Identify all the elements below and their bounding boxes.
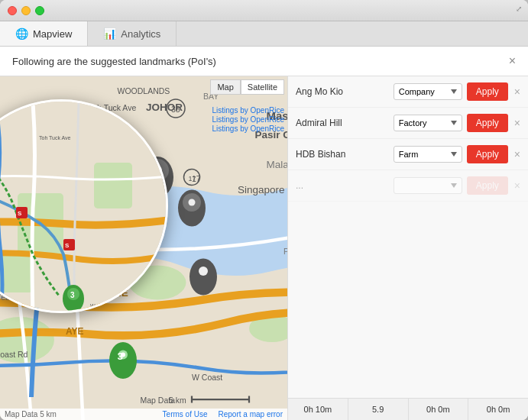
app-window: ⤢ 🌐 Mapview 📊 Analytics Following are th…: [0, 0, 528, 420]
svg-text:S: S: [65, 242, 70, 249]
terms-link[interactable]: Terms of Use: [163, 410, 208, 418]
apply-button-2[interactable]: Apply: [467, 114, 508, 132]
poi-name-2: Admiral Hill: [296, 118, 389, 128]
svg-point-32: [189, 259, 217, 296]
traffic-lights: [8, 6, 44, 15]
minimize-button[interactable]: [21, 6, 31, 15]
poi-name-1: Ang Mo Kio: [296, 86, 389, 97]
svg-text:West Coast Rd: West Coast Rd: [0, 350, 28, 359]
apply-button-empty[interactable]: Apply: [467, 176, 508, 195]
listing-link-2[interactable]: Listings by OpenRice: [212, 115, 285, 124]
titlebar: ⤢: [0, 0, 528, 21]
svg-text:Pulau Ubin: Pulau Ubin: [283, 247, 287, 256]
dialog-close-button[interactable]: ×: [509, 54, 516, 68]
map-view-button[interactable]: Map: [210, 79, 240, 95]
stat-cell-3: 0h 0m: [409, 399, 469, 420]
poi-select-1[interactable]: Company Factory Farm School Hospital: [394, 83, 462, 100]
row-close-3[interactable]: ×: [514, 148, 520, 160]
poi-select-empty[interactable]: [394, 177, 462, 194]
svg-text:3: 3: [118, 351, 124, 362]
row-close-empty: ×: [514, 179, 520, 192]
report-link[interactable]: Report a map error: [219, 410, 283, 418]
svg-rect-48: [0, 254, 33, 292]
stat-cell-4: 0h 0m: [468, 399, 528, 420]
listing-link-3[interactable]: Listings by OpenRice: [212, 124, 285, 133]
resize-icon: ⤢: [516, 5, 522, 13]
row-close-2[interactable]: ×: [514, 117, 520, 129]
svg-text:W Coast: W Coast: [192, 373, 222, 382]
tab-analytics-label: Analytics: [121, 28, 160, 40]
map-controls: Map Satellite: [210, 79, 284, 95]
poi-select-3[interactable]: Company Factory Farm School Hospital: [394, 146, 462, 163]
apply-button-3[interactable]: Apply: [467, 145, 508, 163]
poi-select-2[interactable]: Company Factory Farm School Hospital: [394, 115, 462, 131]
right-panel: Ang Mo Kio Company Factory Farm School H…: [287, 76, 528, 420]
poi-name-3: HDB Bishan: [296, 149, 389, 160]
map-data-label: Map Data 5 km: [5, 410, 57, 418]
svg-text:Malaysia: Malaysia: [267, 159, 288, 170]
map-info-bar: Map Data 5 km Terms of Use Report a map …: [0, 409, 287, 420]
svg-text:WOODLANDS: WOODLANDS: [118, 86, 170, 95]
poi-row-empty: ... Apply ×: [288, 170, 528, 202]
svg-text:35: 35: [171, 105, 180, 114]
apply-button-1[interactable]: Apply: [467, 82, 508, 101]
dialog-message: Following are the suggested landmarks (P…: [12, 56, 216, 67]
close-button[interactable]: [8, 6, 17, 15]
poi-list: Ang Mo Kio Company Factory Farm School H…: [288, 76, 528, 398]
tab-analytics[interactable]: 📊 Analytics: [88, 21, 177, 46]
poi-name-empty: ...: [296, 180, 389, 191]
svg-text:17: 17: [189, 175, 196, 183]
content-area: Following are the suggested landmarks (P…: [0, 47, 528, 420]
svg-point-31: [189, 199, 196, 206]
map-area[interactable]: PIE AYE Teban Flyover West Coast Rd W Co…: [0, 76, 287, 420]
svg-text:3: 3: [70, 291, 75, 299]
svg-text:AYE: AYE: [66, 326, 84, 337]
satellite-view-button[interactable]: Satellite: [241, 79, 284, 95]
mapview-icon: 🌐: [15, 27, 28, 40]
map-panel-container: PIE AYE Teban Flyover West Coast Rd W Co…: [0, 76, 528, 420]
svg-text:Map Data: Map Data: [141, 396, 176, 405]
svg-text:Toh Tuck Ave: Toh Tuck Ave: [39, 135, 71, 141]
svg-text:Singapore: Singapore: [238, 184, 285, 195]
poi-row-3: HDB Bishan Company Factory Farm School H…: [288, 139, 528, 170]
stat-cell-1: 0h 10m: [288, 399, 348, 420]
stats-row: 0h 10m 5.9 0h 0m 0h 0m: [288, 398, 528, 420]
dialog-bar: Following are the suggested landmarks (P…: [0, 47, 528, 76]
svg-point-33: [199, 267, 208, 276]
svg-text:S: S: [18, 210, 22, 217]
stat-cell-2: 5.9: [348, 399, 409, 420]
listing-link-1[interactable]: Listings by OpenRice: [212, 106, 285, 115]
tab-mapview-label: Mapview: [33, 28, 72, 40]
poi-row-1: Ang Mo Kio Company Factory Farm School H…: [288, 76, 528, 108]
analytics-icon: 📊: [103, 27, 116, 40]
row-close-1[interactable]: ×: [514, 86, 520, 98]
tab-bar: 🌐 Mapview 📊 Analytics: [0, 21, 528, 47]
poi-row-2: Admiral Hill Company Factory Farm School…: [288, 108, 528, 139]
svg-rect-47: [94, 163, 132, 208]
tab-mapview[interactable]: 🌐 Mapview: [0, 21, 88, 46]
maximize-button[interactable]: [35, 6, 44, 15]
